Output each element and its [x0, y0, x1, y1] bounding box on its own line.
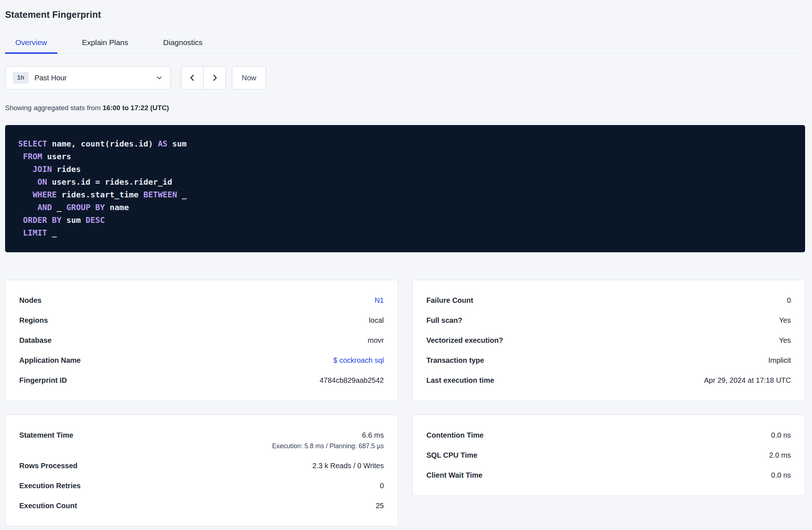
stat-value-wrap: local	[369, 316, 384, 325]
execution-properties-card: Failure Count0Full scan?YesVectorized ex…	[412, 280, 805, 401]
summary-prefix: Showing aggregated stats from	[5, 104, 101, 112]
stat-value-wrap: 0	[787, 296, 791, 305]
time-range-label: Past Hour	[35, 74, 67, 82]
chevron-right-icon	[210, 73, 219, 82]
tab-diagnostics[interactable]: Diagnostics	[153, 32, 213, 53]
sql-text: rides	[52, 165, 81, 174]
stat-value-link[interactable]: N1	[374, 296, 384, 304]
stat-value-wrap: Yes	[779, 316, 791, 325]
stat-value-wrap: Apr 29, 2024 at 17:18 UTC	[704, 376, 791, 385]
sql-keyword: JOIN	[33, 165, 52, 174]
stat-subvalue: Execution: 5.8 ms / Planning: 687.5 µs	[272, 442, 384, 450]
sql-text	[18, 165, 33, 174]
summary-time-range: 16:00 to 17:22 (UTC)	[102, 104, 169, 112]
sql-text: name	[105, 203, 129, 212]
tab-explain-plans[interactable]: Explain Plans	[72, 32, 138, 53]
stat-value: local	[369, 316, 384, 324]
stat-value: Yes	[779, 316, 791, 324]
now-button[interactable]: Now	[232, 66, 266, 89]
stat-value-wrap: 0.0 ns	[771, 431, 791, 439]
stat-value: 0	[380, 482, 384, 490]
sql-text	[18, 216, 23, 225]
stat-value-wrap: Implicit	[768, 356, 791, 365]
stat-label: Vectorized execution?	[426, 336, 503, 345]
sql-keyword: AS	[158, 139, 168, 148]
stat-value: 0	[787, 296, 791, 304]
sql-keyword: AND	[37, 203, 52, 212]
stat-label: Database	[19, 336, 52, 345]
stat-label: Application Name	[19, 356, 81, 365]
sql-line: ON users.id = rides.rider_id	[18, 176, 792, 188]
sql-text: _	[52, 203, 67, 212]
stat-value-wrap: 4784cb829aab2542	[319, 376, 384, 385]
sql-line: LIMIT _	[18, 226, 792, 239]
stat-row: Failure Count0	[426, 290, 791, 310]
statement-details-card: NodesN1RegionslocalDatabasemovrApplicati…	[5, 280, 398, 401]
stat-value-wrap: movr	[368, 336, 384, 345]
stat-value: Apr 29, 2024 at 17:18 UTC	[704, 376, 791, 384]
sql-text: sum	[168, 139, 187, 148]
stat-label: SQL CPU Time	[426, 451, 477, 459]
sql-keyword: WHERE	[33, 190, 57, 199]
stat-value: Yes	[779, 336, 791, 344]
stat-row: Vectorized execution?Yes	[426, 330, 791, 350]
stat-row: Regionslocal	[19, 310, 384, 330]
stat-label: Client Wait Time	[426, 471, 482, 479]
stat-label: Failure Count	[426, 296, 473, 305]
time-nav-group	[181, 66, 226, 89]
stat-value: Implicit	[768, 356, 791, 364]
sql-statement-box: SELECT name, count(rides.id) AS sum FROM…	[5, 125, 805, 252]
stat-value-wrap: N1	[374, 296, 384, 305]
time-range-badge: 1h	[13, 72, 29, 84]
stat-row: SQL CPU Time2.0 ms	[426, 445, 791, 465]
sql-text: _	[177, 190, 187, 199]
stat-value: movr	[368, 336, 384, 344]
sql-keyword: GROUP BY	[66, 203, 105, 212]
sql-keyword: DESC	[85, 216, 105, 225]
sql-line: JOIN rides	[18, 163, 792, 176]
stat-row: Full scan?Yes	[426, 310, 791, 330]
stat-row: Fingerprint ID4784cb829aab2542	[19, 370, 384, 390]
stat-value: 25	[376, 502, 384, 510]
chevron-left-icon	[188, 73, 197, 82]
stat-row: Client Wait Time0.0 ns	[426, 465, 791, 485]
stat-value-wrap: Yes	[779, 336, 791, 345]
sql-keyword: LIMIT	[23, 228, 47, 237]
sql-text: sum	[61, 216, 85, 225]
stat-label: Fingerprint ID	[19, 376, 67, 385]
statement-fingerprint-page: Statement Fingerprint OverviewExplain Pl…	[0, 0, 812, 526]
stat-row: Last execution timeApr 29, 2024 at 17:18…	[426, 370, 791, 390]
sql-text	[18, 152, 23, 161]
chevron-down-icon	[155, 74, 163, 82]
time-toolbar: 1h Past Hour Now	[5, 66, 805, 89]
stat-value-wrap: 2.3 k Reads / 0 Writes	[313, 462, 384, 470]
wait-times-card: Contention Time0.0 nsSQL CPU Time2.0 msC…	[412, 415, 805, 496]
stat-label: Regions	[19, 316, 48, 325]
stat-value: 4784cb829aab2542	[319, 376, 384, 384]
stat-row: NodesN1	[19, 290, 384, 310]
sql-keyword: FROM	[23, 152, 42, 161]
sql-text	[18, 177, 37, 186]
stat-value: 6.6 ms	[362, 431, 384, 439]
sql-line: WHERE rides.start_time BETWEEN _	[18, 188, 792, 201]
sql-keyword: SELECT	[18, 139, 47, 148]
stat-label: Statement Time	[19, 431, 73, 439]
tab-bar: OverviewExplain PlansDiagnostics	[5, 32, 805, 54]
stat-label: Rows Processed	[19, 462, 77, 470]
stat-label: Transaction type	[426, 356, 484, 365]
statement-stats-card: Statement Time6.6 msExecution: 5.8 ms / …	[5, 415, 398, 526]
sql-text: name, count(rides.id)	[47, 139, 158, 148]
stat-row: Execution Count25	[19, 496, 384, 516]
prev-interval-button[interactable]	[181, 66, 204, 89]
next-interval-button[interactable]	[204, 66, 226, 89]
stat-value: 0.0 ns	[771, 431, 791, 439]
stat-value-wrap: 0	[380, 482, 384, 490]
stat-value-wrap: 6.6 msExecution: 5.8 ms / Planning: 687.…	[272, 431, 384, 450]
tab-overview[interactable]: Overview	[5, 32, 57, 53]
time-range-picker[interactable]: 1h Past Hour	[5, 66, 171, 89]
stat-label: Nodes	[19, 296, 41, 305]
stat-value-wrap: 2.0 ms	[769, 451, 791, 459]
stat-row: Statement Time6.6 msExecution: 5.8 ms / …	[19, 425, 384, 456]
stat-value-link[interactable]: $ cockroach sql	[333, 356, 384, 364]
stat-row: Application Name$ cockroach sql	[19, 350, 384, 370]
